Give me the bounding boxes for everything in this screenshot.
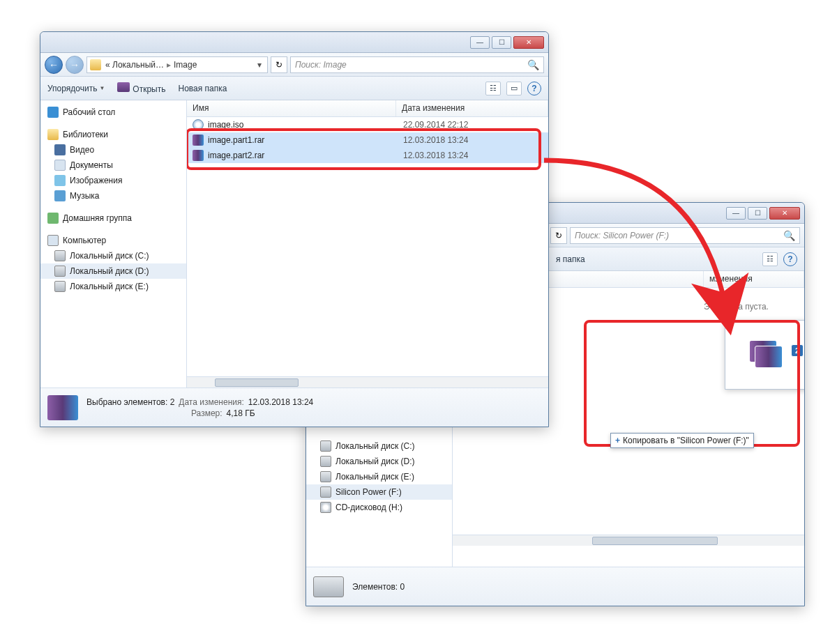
help-button[interactable]: ?: [527, 82, 541, 95]
sidebar-homegroup[interactable]: Домашняя группа: [40, 210, 186, 226]
close-button[interactable]: ✕: [513, 36, 544, 49]
statusbar: Выбрано элементов: 2 Дата изменения: 12.…: [40, 388, 548, 427]
column-date[interactable]: Дата изменения: [396, 100, 548, 116]
search-placeholder: Поиск: Silicon Power (F:): [575, 231, 669, 240]
column-date[interactable]: мзменения: [704, 271, 804, 287]
sidebar-disk-e[interactable]: Локальный диск (E:): [306, 469, 452, 484]
sidebar-libraries[interactable]: Библиотеки: [40, 127, 186, 142]
plus-icon: +: [615, 436, 620, 445]
file-date: 12.03.2018 13:24: [403, 151, 543, 160]
file-list: image.iso 22.09.2014 22:12 image.part1.r…: [187, 117, 548, 163]
status-elements: Элементов: 0: [352, 582, 405, 592]
new-folder-button[interactable]: Новая папка: [178, 84, 227, 93]
close-button[interactable]: ✕: [769, 207, 800, 220]
dropdown-icon[interactable]: ▾: [255, 60, 264, 70]
file-name: image.part2.rar: [208, 151, 403, 160]
refresh-button[interactable]: ↻: [550, 227, 567, 244]
titlebar[interactable]: — ☐ ✕: [40, 32, 548, 53]
folder-icon: [90, 59, 101, 70]
column-headers: Имя Дата изменения: [187, 100, 548, 117]
breadcrumb[interactable]: « Локальный… ▸ Image ▾: [86, 56, 268, 73]
new-folder-button[interactable]: я папка: [556, 254, 585, 264]
statusbar: Элементов: 0: [306, 567, 804, 606]
minimize-button[interactable]: —: [470, 36, 490, 49]
sidebar-silicon-power[interactable]: Silicon Power (F:): [306, 484, 452, 500]
minimize-button[interactable]: —: [726, 207, 746, 220]
sidebar-cd-drive[interactable]: CD-дисковод (H:): [306, 500, 452, 515]
file-row[interactable]: image.part2.rar 12.03.2018 13:24: [187, 148, 548, 163]
sidebar-disk-e[interactable]: Локальный диск (E:): [40, 279, 186, 294]
search-icon: 🔍: [527, 59, 539, 70]
maximize-button[interactable]: ☐: [492, 36, 511, 49]
drag-count-badge: 2: [791, 344, 804, 357]
help-button[interactable]: ?: [783, 252, 797, 266]
scrollbar-horizontal[interactable]: [187, 376, 548, 388]
rar-icon: [193, 150, 204, 161]
search-icon: 🔍: [783, 230, 795, 241]
scrollbar-horizontal[interactable]: [453, 535, 804, 546]
status-date-value: 12.03.2018 13:24: [248, 397, 313, 407]
status-size-label: Размер:: [191, 408, 223, 418]
drag-ghost: 2: [725, 320, 804, 390]
rar-icon: [117, 82, 130, 92]
column-name[interactable]: Имя: [187, 100, 396, 116]
rar-icon: [755, 346, 783, 368]
sidebar-computer[interactable]: Компьютер: [40, 233, 186, 248]
preview-pane-button[interactable]: ▭: [506, 82, 522, 95]
rar-icon: [193, 135, 204, 146]
maximize-button[interactable]: ☐: [748, 207, 767, 220]
file-name: image.iso: [208, 120, 403, 130]
file-row[interactable]: image.part1.rar 12.03.2018 13:24: [187, 132, 548, 148]
view-button[interactable]: ☷: [762, 252, 778, 266]
search-placeholder: Поиск: Image: [295, 60, 347, 70]
sidebar-disk-d[interactable]: Локальный диск (D:): [306, 454, 452, 469]
file-row[interactable]: image.iso 22.09.2014 22:12: [187, 117, 548, 132]
drag-tooltip: + Копировать в "Silicon Power (F:)": [610, 433, 754, 448]
sidebar-disk-d[interactable]: Локальный диск (D:): [40, 263, 186, 279]
refresh-button[interactable]: ↻: [271, 56, 287, 73]
chevron-right-icon: ▸: [167, 60, 171, 70]
file-name: image.part1.rar: [208, 135, 403, 145]
sidebar-desktop[interactable]: Рабочий стол: [40, 105, 186, 120]
sidebar-music[interactable]: Музыка: [40, 188, 186, 204]
open-button[interactable]: Открыть: [117, 82, 165, 94]
sidebar-video[interactable]: Видео: [40, 142, 186, 158]
sidebar: Рабочий стол Библиотеки Видео Документы …: [40, 100, 187, 388]
status-date-label: Дата изменения:: [179, 397, 244, 407]
forward-button[interactable]: →: [66, 56, 84, 74]
toolbar: Упорядочить Открыть Новая папка ☷ ▭ ?: [40, 77, 548, 100]
sidebar-disk-c[interactable]: Локальный диск (C:): [40, 248, 186, 263]
file-date: 22.09.2014 22:12: [403, 120, 543, 130]
back-button[interactable]: ←: [45, 56, 63, 74]
navbar: ← → « Локальный… ▸ Image ▾ ↻ Поиск: Imag…: [40, 53, 548, 77]
search-input[interactable]: Поиск: Silicon Power (F:) 🔍: [570, 227, 800, 244]
sidebar-images[interactable]: Изображения: [40, 173, 186, 188]
breadcrumb-current[interactable]: Image: [174, 60, 197, 70]
sidebar-disk-c[interactable]: Локальный диск (C:): [306, 438, 452, 454]
search-input[interactable]: Поиск: Image 🔍: [290, 56, 544, 73]
view-button[interactable]: ☷: [485, 82, 501, 95]
file-date: 12.03.2018 13:24: [403, 135, 543, 145]
drive-icon: [313, 576, 344, 597]
status-size-value: 4,18 ГБ: [227, 408, 255, 418]
rar-icon: [47, 395, 78, 420]
organize-button[interactable]: Упорядочить: [47, 84, 105, 93]
content-pane[interactable]: Имя Дата изменения image.iso 22.09.2014 …: [187, 100, 548, 388]
explorer-window-source: — ☐ ✕ ← → « Локальный… ▸ Image ▾ ↻ Поиск…: [40, 31, 549, 427]
sidebar-documents[interactable]: Документы: [40, 158, 186, 173]
status-selection: Выбрано элементов: 2: [86, 397, 174, 407]
iso-icon: [193, 119, 204, 130]
breadcrumb-parent[interactable]: « Локальный…: [105, 60, 164, 70]
